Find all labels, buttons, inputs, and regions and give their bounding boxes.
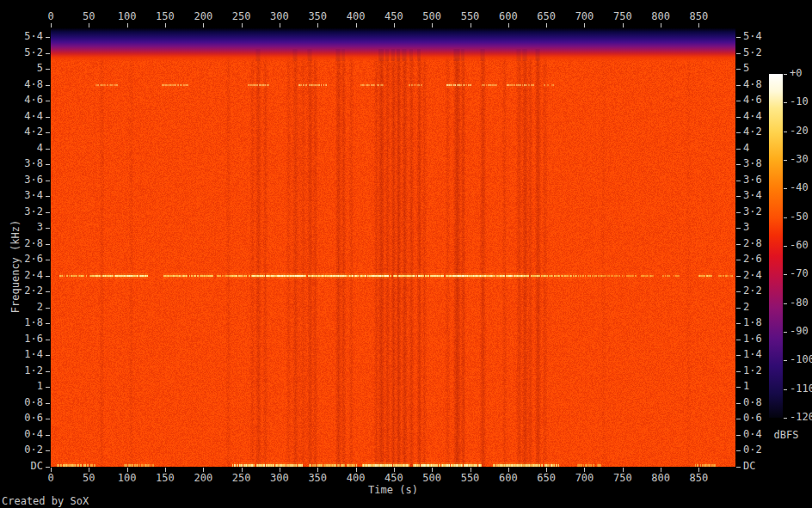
time-tick-label: 650 <box>537 473 556 483</box>
db-tick-mark <box>784 74 787 75</box>
freq-tick-mark <box>736 291 741 292</box>
time-tick-label: 600 <box>499 11 518 21</box>
time-tick-label: 200 <box>194 11 212 21</box>
freq-tick-label: 4·6 <box>743 95 762 105</box>
freq-tick-mark <box>736 419 741 419</box>
freq-tick-label: 3·4 <box>743 190 762 200</box>
db-tick-mark <box>784 418 787 419</box>
time-tick-label: 50 <box>83 473 95 483</box>
time-tick-label: 850 <box>690 11 709 21</box>
freq-tick-mark <box>736 308 741 309</box>
freq-tick-mark <box>46 228 50 229</box>
freq-tick-mark <box>46 291 50 292</box>
freq-tick-mark <box>46 435 50 436</box>
db-tick-label: -90 <box>790 326 809 336</box>
freq-tick-mark <box>46 149 50 150</box>
freq-tick-label: 4·4 <box>743 111 762 121</box>
freq-tick-mark <box>736 37 741 38</box>
freq-tick-mark <box>736 340 741 340</box>
db-tick-label: -50 <box>790 211 809 222</box>
freq-tick-label: 5 <box>0 63 43 73</box>
freq-tick-label: 2 <box>0 302 43 312</box>
time-tick-label: 300 <box>270 473 289 483</box>
freq-tick-label: 0·8 <box>743 397 762 407</box>
db-tick-label: -40 <box>790 182 809 193</box>
freq-tick-mark <box>46 196 50 197</box>
time-tick-mark <box>508 23 509 28</box>
time-tick-label: 0 <box>47 473 53 483</box>
freq-tick-label: 0·2 <box>0 444 43 455</box>
freq-tick-label: 2·6 <box>0 254 43 264</box>
freq-tick-label: 3·8 <box>743 158 762 168</box>
freq-tick-mark <box>736 117 741 118</box>
freq-tick-label: 2 <box>743 302 749 312</box>
freq-tick-mark <box>46 101 50 101</box>
freq-tick-label: 1·4 <box>743 349 762 359</box>
freq-tick-label: 1·6 <box>0 334 43 344</box>
freq-tick-mark <box>46 260 50 260</box>
freq-tick-label: 0·6 <box>743 413 762 423</box>
time-tick-mark <box>394 23 395 28</box>
freq-tick-label: 2·8 <box>743 238 762 248</box>
db-tick-label: -60 <box>790 240 809 250</box>
time-tick-mark <box>127 23 128 28</box>
time-tick-label: 350 <box>308 11 327 21</box>
time-tick-label: 350 <box>308 473 327 483</box>
time-tick-label: 650 <box>537 11 556 21</box>
freq-tick-mark <box>46 340 50 340</box>
time-tick-mark <box>623 23 624 28</box>
db-tick-mark <box>784 360 787 361</box>
time-tick-mark <box>432 23 433 28</box>
time-tick-mark <box>661 23 661 28</box>
freq-tick-label: 4·6 <box>0 95 43 105</box>
db-tick-mark <box>784 274 787 275</box>
db-tick-label: +0 <box>790 68 802 78</box>
time-tick-mark <box>51 23 52 28</box>
db-tick-label: -100 <box>790 354 812 364</box>
db-tick-label: -110 <box>790 383 812 394</box>
db-tick-mark <box>784 188 787 189</box>
freq-tick-mark <box>46 181 50 181</box>
time-tick-label: 800 <box>651 11 670 21</box>
time-tick-label: 300 <box>270 11 289 21</box>
freq-tick-mark <box>46 132 50 133</box>
freq-tick-mark <box>46 117 50 118</box>
time-tick-label: 100 <box>118 473 137 483</box>
sox-spectrogram-window: 0501001502002503003504004505005506006507… <box>0 0 812 508</box>
time-tick-label: 150 <box>156 11 175 21</box>
colorbar-unit-label: dBFS <box>767 429 805 441</box>
time-tick-label: 0 <box>47 11 53 21</box>
freq-tick-mark <box>736 101 741 101</box>
freq-tick-mark <box>736 467 741 468</box>
freq-tick-mark <box>736 228 741 229</box>
freq-tick-label: 2·6 <box>743 254 762 264</box>
time-tick-label: 800 <box>651 473 670 483</box>
time-tick-mark <box>317 23 318 28</box>
time-tick-mark <box>356 23 357 28</box>
freq-tick-mark <box>736 403 741 404</box>
freq-tick-mark <box>736 149 741 150</box>
freq-tick-mark <box>736 260 741 260</box>
time-tick-label: 700 <box>575 473 594 483</box>
time-tick-label: 500 <box>422 473 441 483</box>
db-tick-mark <box>784 160 787 161</box>
db-tick-mark <box>784 332 787 333</box>
freq-tick-label: DC <box>0 461 43 471</box>
db-tick-label: -30 <box>790 154 809 164</box>
db-tick-mark <box>784 246 787 247</box>
freq-tick-mark <box>736 53 741 54</box>
freq-tick-label: 4·4 <box>0 111 43 121</box>
freq-tick-label: 4·2 <box>743 126 762 137</box>
db-tick-label: -10 <box>790 96 809 107</box>
time-tick-label: 400 <box>347 11 366 21</box>
freq-tick-mark <box>736 196 741 197</box>
freq-tick-mark <box>46 244 50 245</box>
freq-tick-label: 1 <box>743 381 749 391</box>
freq-tick-label: 3·2 <box>0 206 43 217</box>
freq-tick-label: 5·2 <box>0 47 43 58</box>
time-tick-label: 550 <box>461 11 480 21</box>
freq-tick-mark <box>46 308 50 309</box>
freq-tick-label: 2·4 <box>0 270 43 280</box>
freq-tick-mark <box>736 181 741 181</box>
time-tick-label: 150 <box>156 473 175 483</box>
